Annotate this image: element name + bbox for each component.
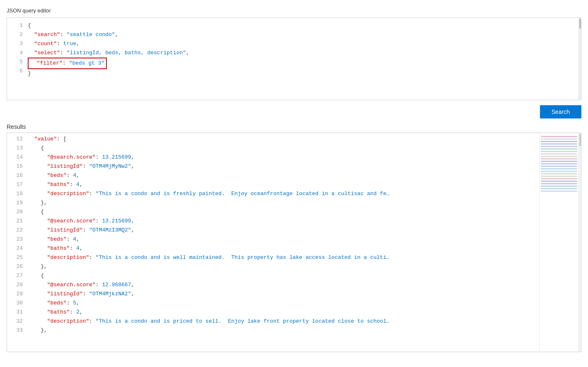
editor-line-3: "count": true, — [28, 39, 581, 48]
result-line-18: "description": "This is a condo and is f… — [28, 189, 539, 198]
result-line-32: "description": "This is a condo and is p… — [28, 317, 539, 326]
result-line-12: "value": [ — [28, 135, 539, 144]
result-line-28: "@search.score": 12.968667, — [28, 280, 539, 290]
minimap-content — [540, 133, 578, 195]
results-label: Results — [7, 123, 581, 130]
result-line-24: "baths": 4, — [28, 244, 539, 253]
results-scrollbar[interactable] — [578, 133, 581, 352]
editor-line-4: "select": "listingId, beds, baths, descr… — [28, 48, 581, 58]
result-line-19: }, — [28, 198, 539, 208]
result-line-27: { — [28, 271, 539, 280]
result-line-21: "@search.score": 13.215699, — [28, 217, 539, 226]
result-line-17: "baths": 4, — [28, 180, 539, 189]
editor-title: JSON query editor — [7, 7, 51, 14]
results-line-numbers: 12 13 14 15 16 17 18 19 20 21 22 23 24 2… — [7, 135, 28, 335]
search-button-row: Search — [0, 100, 588, 123]
json-query-editor[interactable]: 1 2 3 4 5 6 { "search": "seattle condo",… — [7, 17, 581, 100]
result-line-22: "listingId": "OTM4MzI3MQ2", — [28, 226, 539, 235]
editor-code-content: { "search": "seattle condo", "count": tr… — [28, 21, 581, 78]
result-line-25: "description": "This is a condo and is w… — [28, 253, 539, 262]
result-line-13: { — [28, 144, 539, 153]
editor-line-numbers: 1 2 3 4 5 6 — [7, 21, 28, 78]
results-section: Results — [7, 123, 581, 352]
results-scrollbar-thumb — [579, 134, 581, 146]
result-line-33: }, — [28, 326, 539, 335]
result-line-14: "@search.score": 13.215699, — [28, 153, 539, 162]
page-container: JSON query editor 1 2 3 4 5 6 { "search"… — [0, 0, 588, 367]
result-line-16: "beds": 4, — [28, 171, 539, 180]
result-line-31: "baths": 2, — [28, 308, 539, 317]
result-line-30: "beds": 5, — [28, 299, 539, 308]
search-button[interactable]: Search — [540, 105, 581, 118]
results-minimap — [539, 133, 578, 352]
result-line-15: "listingId": "OTM4MjMyNw2", — [28, 162, 539, 171]
editor-line-2: "search": "seattle condo", — [28, 30, 581, 39]
result-line-26: }, — [28, 262, 539, 271]
result-line-29: "listingId": "OTM4MjkzNA2", — [28, 290, 539, 299]
editor-line-6: } — [28, 69, 581, 78]
result-line-20: { — [28, 208, 539, 217]
results-code-lines: 12 13 14 15 16 17 18 19 20 21 22 23 24 2… — [7, 133, 581, 337]
editor-scrollbar-thumb — [579, 19, 581, 29]
editor-scrollbar[interactable] — [578, 18, 581, 100]
result-line-23: "beds": 4, — [28, 235, 539, 244]
results-editor[interactable]: 12 13 14 15 16 17 18 19 20 21 22 23 24 2… — [7, 133, 581, 352]
editor-code-lines: 1 2 3 4 5 6 { "search": "seattle condo",… — [7, 18, 581, 82]
results-code-content: "value": [ { "@search.score": 13.215699,… — [28, 135, 539, 335]
editor-line-5: "filter": "beds gt 3" — [28, 58, 107, 69]
editor-line-1: { — [28, 21, 581, 30]
